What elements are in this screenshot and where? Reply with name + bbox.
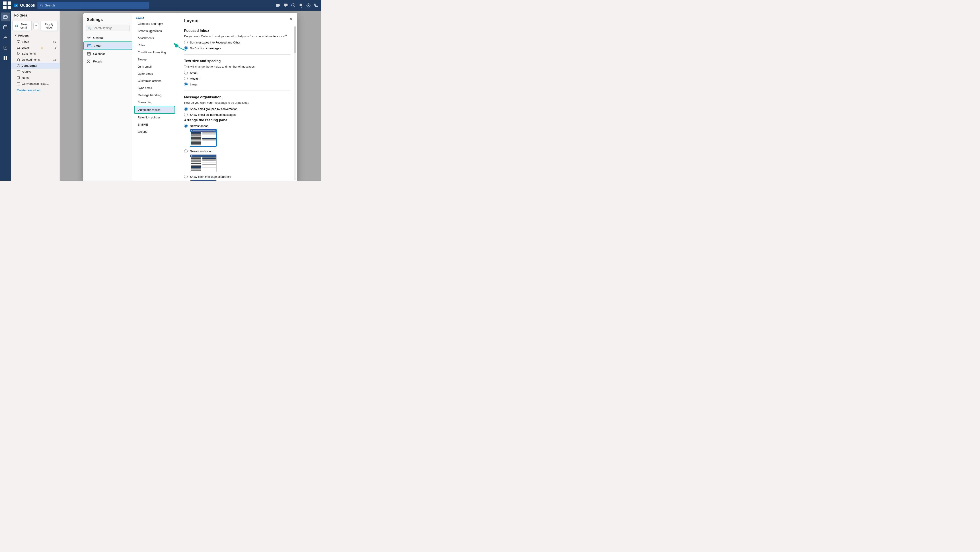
- folder-item-conversation[interactable]: Conversation Histo...: [11, 81, 59, 87]
- category-attachments[interactable]: Attachments: [134, 35, 175, 41]
- reading-pane-newest-top[interactable]: Newest on top: [184, 124, 290, 128]
- inbox-badge: 81: [53, 40, 56, 43]
- phone-icon[interactable]: [314, 3, 318, 8]
- category-smart[interactable]: Smart suggestions: [134, 27, 175, 34]
- comment-icon[interactable]: [291, 3, 296, 8]
- chat-icon[interactable]: [283, 3, 288, 8]
- focused-inbox-title: Focused Inbox: [184, 29, 290, 33]
- settings-nav-general[interactable]: General: [83, 34, 132, 41]
- toolbar-row: New email ▾ Empty folder: [11, 20, 59, 33]
- folder-panel-title: Folders: [14, 13, 27, 18]
- search-box[interactable]: [37, 2, 149, 9]
- settings-nav-calendar[interactable]: Calendar: [83, 50, 132, 57]
- category-smime[interactable]: S/MIME: [134, 121, 175, 128]
- svg-rect-43: [17, 82, 20, 85]
- category-groups[interactable]: Groups: [134, 128, 175, 135]
- svg-marker-11: [285, 6, 286, 7]
- folder-item-inbox[interactable]: Inbox 81: [11, 38, 59, 45]
- deleted-label: Deleted Items: [22, 58, 40, 61]
- folder-item-archive[interactable]: Archive: [11, 69, 59, 75]
- topbar-actions: [276, 3, 318, 8]
- text-size-large[interactable]: Large: [184, 83, 290, 86]
- sidebar-calendar-icon[interactable]: [1, 23, 10, 32]
- category-rules[interactable]: Rules: [134, 42, 175, 49]
- svg-text:O: O: [15, 4, 17, 7]
- svg-rect-25: [3, 58, 5, 60]
- preview-newest-top: [190, 129, 216, 147]
- app-layout: Folders New email ▾ Empty folder Folders…: [0, 11, 321, 181]
- svg-rect-24: [6, 56, 7, 58]
- text-size-small[interactable]: Small: [184, 71, 290, 75]
- svg-rect-16: [3, 26, 7, 29]
- text-size-medium[interactable]: Medium: [184, 77, 290, 80]
- folder-item-junk[interactable]: Junk Email: [11, 63, 59, 69]
- text-size-options: Small Medium Large: [184, 71, 290, 86]
- category-compose[interactable]: Compose and reply: [134, 20, 175, 27]
- sidebar-people-icon[interactable]: [1, 33, 10, 42]
- category-forwarding[interactable]: Forwarding: [134, 99, 175, 106]
- category-junk[interactable]: Junk email: [134, 63, 175, 70]
- svg-rect-46: [88, 53, 91, 55]
- svg-point-21: [6, 36, 7, 37]
- search-input[interactable]: [45, 3, 146, 7]
- new-email-dropdown[interactable]: ▾: [33, 23, 39, 29]
- scrollbar-thumb[interactable]: [294, 26, 296, 53]
- settings-content: Layout Focused Inbox Do you want Outlook…: [177, 13, 298, 181]
- category-sweep[interactable]: Sweep: [134, 56, 175, 63]
- content-title: Layout: [184, 18, 290, 24]
- folder-item-deleted[interactable]: Deleted Items 12: [11, 57, 59, 63]
- category-autoreplies[interactable]: Automatic replies: [134, 106, 175, 114]
- settings-icon[interactable]: [306, 3, 311, 8]
- svg-point-20: [4, 36, 6, 38]
- folder-panel: Folders New email ▾ Empty folder Folders…: [11, 11, 60, 181]
- sidebar-apps-icon[interactable]: [1, 54, 10, 62]
- message-org-title: Message organisation: [184, 95, 290, 99]
- sidebar-tasks-icon[interactable]: [1, 43, 10, 52]
- category-customise[interactable]: Customise actions: [134, 77, 175, 84]
- folder-item-sent[interactable]: Sent Items: [11, 51, 59, 57]
- svg-rect-10: [284, 3, 288, 6]
- reading-pane-newest-bottom[interactable]: Newest on bottom: [184, 150, 290, 153]
- settings-nav-email[interactable]: Email: [83, 41, 132, 50]
- settings-category-nav: Layout Compose and reply Smart suggestio…: [132, 13, 177, 181]
- svg-rect-23: [3, 56, 5, 58]
- drafts-badge: 2: [55, 46, 56, 49]
- focused-inbox-option-sort[interactable]: Sort messages into Focused and Other: [184, 41, 290, 44]
- message-org-desc: How do you want your messages to be orga…: [184, 101, 290, 104]
- reading-pane-each-separate[interactable]: Show each message separately: [184, 175, 290, 179]
- sidebar-mail-icon[interactable]: [1, 13, 10, 21]
- category-message[interactable]: Message handling: [134, 92, 175, 99]
- folder-item-notes[interactable]: Notes: [11, 75, 59, 81]
- category-retention[interactable]: Retention policies: [134, 114, 175, 121]
- category-sync[interactable]: Sync email: [134, 85, 175, 91]
- create-new-folder-link[interactable]: Create new folder: [11, 87, 59, 94]
- category-section-label: Layout: [132, 16, 177, 20]
- new-email-label: New email: [19, 22, 29, 29]
- folder-list: Folders Inbox 81 Drafts ⚠ 2 Sent Items D…: [11, 33, 59, 96]
- settings-nav: Settings 🔍 General: [83, 13, 132, 181]
- svg-rect-33: [18, 59, 20, 61]
- empty-folder-button[interactable]: Empty folder: [41, 21, 58, 31]
- grid-icon[interactable]: [3, 1, 11, 10]
- folder-item-drafts[interactable]: Drafts ⚠ 2: [11, 45, 59, 51]
- app-logo: O Outlook: [14, 3, 35, 8]
- folder-header: Folders: [11, 11, 59, 20]
- new-email-button[interactable]: New email: [13, 21, 32, 31]
- svg-point-50: [88, 60, 89, 62]
- svg-rect-31: [17, 40, 20, 42]
- scrollbar-track[interactable]: [294, 26, 296, 180]
- category-conditional[interactable]: Conditional formatting: [134, 49, 175, 56]
- settings-search-input[interactable]: [86, 25, 129, 31]
- msg-org-grouped[interactable]: Show email grouped by conversation: [184, 107, 290, 111]
- category-quicksteps[interactable]: Quick steps: [134, 70, 175, 77]
- settings-title: Settings: [83, 16, 132, 25]
- svg-point-44: [88, 37, 90, 38]
- focused-inbox-option-nosort[interactable]: Don't sort my messages: [184, 46, 290, 50]
- svg-point-6: [41, 4, 42, 6]
- settings-nav-people[interactable]: People: [83, 57, 132, 65]
- focused-inbox-desc: Do you want Outlook to sort your email t…: [184, 35, 290, 38]
- bell-icon[interactable]: [299, 3, 303, 8]
- video-icon[interactable]: [276, 3, 280, 8]
- msg-org-individual[interactable]: Show email as individual messages: [184, 113, 290, 116]
- folders-section[interactable]: Folders: [11, 33, 59, 38]
